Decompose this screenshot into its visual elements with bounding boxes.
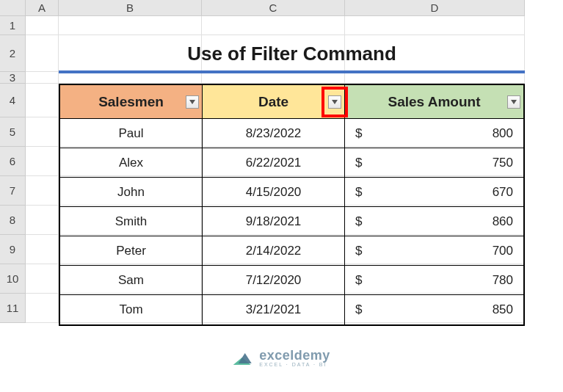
table-row: Smith 9/18/2021 $ 860 bbox=[60, 207, 523, 236]
chevron-down-icon bbox=[332, 100, 338, 104]
watermark-sub: EXCEL · DATA · BI bbox=[259, 362, 330, 367]
cell-amount[interactable]: $ 780 bbox=[345, 266, 523, 294]
header-amount-label: Sales Amount bbox=[388, 94, 481, 110]
column-headers: A B C D bbox=[0, 0, 525, 16]
row-header-6[interactable]: 6 bbox=[0, 147, 26, 176]
table-row: John 4/15/2020 $ 670 bbox=[60, 178, 523, 207]
filter-date-button[interactable] bbox=[328, 95, 341, 109]
cell-date[interactable]: 3/21/2021 bbox=[203, 295, 345, 324]
cell-amount[interactable]: $ 670 bbox=[345, 178, 523, 206]
cell-amount[interactable]: $ 750 bbox=[345, 148, 523, 177]
cell-date[interactable]: 7/12/2020 bbox=[203, 266, 345, 294]
currency-symbol: $ bbox=[355, 244, 362, 258]
data-table: Salesmen Date Sales Amount Paul 8/23/20 bbox=[59, 84, 525, 326]
filter-salesmen-button[interactable] bbox=[186, 95, 199, 109]
cell-salesman[interactable]: Smith bbox=[60, 207, 203, 236]
chevron-down-icon bbox=[189, 100, 195, 104]
row-headers: 1 2 3 4 5 6 7 8 9 10 11 bbox=[0, 16, 26, 323]
table-row: Peter 2/14/2022 $ 700 bbox=[60, 236, 523, 266]
cell-amount[interactable]: $ 800 bbox=[345, 119, 523, 148]
cell-salesman[interactable]: Peter bbox=[60, 236, 203, 265]
cell-amount[interactable]: $ 700 bbox=[345, 236, 523, 265]
row-header-3[interactable]: 3 bbox=[0, 72, 26, 84]
amount-value: 860 bbox=[493, 214, 513, 229]
watermark-icon bbox=[233, 351, 253, 366]
cell-salesman[interactable]: Paul bbox=[60, 119, 203, 148]
page-title-cell: Use of Filter Command bbox=[59, 35, 525, 72]
row-header-11[interactable]: 11 bbox=[0, 294, 26, 323]
currency-symbol: $ bbox=[355, 273, 362, 288]
page-title: Use of Filter Command bbox=[187, 43, 396, 65]
header-amount[interactable]: Sales Amount bbox=[345, 85, 523, 118]
cell-salesman[interactable]: Sam bbox=[60, 266, 203, 294]
svg-marker-2 bbox=[511, 100, 517, 104]
cell-salesman[interactable]: John bbox=[60, 178, 203, 206]
cell-date[interactable]: 6/22/2021 bbox=[203, 148, 345, 177]
filter-amount-button[interactable] bbox=[507, 95, 520, 109]
amount-value: 800 bbox=[493, 126, 513, 141]
watermark: exceldemy EXCEL · DATA · BI bbox=[233, 349, 330, 367]
amount-value: 670 bbox=[493, 185, 513, 200]
col-header-c[interactable]: C bbox=[202, 0, 345, 16]
chevron-down-icon bbox=[511, 100, 517, 104]
table-header-row: Salesmen Date Sales Amount bbox=[60, 85, 523, 119]
watermark-brand: exceldemy bbox=[259, 349, 330, 362]
table-row: Tom 3/21/2021 $ 850 bbox=[60, 295, 523, 324]
cell-date[interactable]: 2/14/2022 bbox=[203, 236, 345, 265]
row-header-5[interactable]: 5 bbox=[0, 117, 26, 147]
select-all-corner[interactable] bbox=[0, 0, 26, 16]
cell-amount[interactable]: $ 860 bbox=[345, 207, 523, 236]
title-underline bbox=[59, 70, 525, 73]
cell-date[interactable]: 8/23/2022 bbox=[203, 119, 345, 148]
cell-salesman[interactable]: Alex bbox=[60, 148, 203, 177]
cell-date[interactable]: 4/15/2020 bbox=[203, 178, 345, 206]
row-header-1[interactable]: 1 bbox=[0, 16, 26, 35]
row-header-8[interactable]: 8 bbox=[0, 206, 26, 235]
cell-amount[interactable]: $ 850 bbox=[345, 295, 523, 324]
spreadsheet: A B C D 1 2 3 4 5 6 7 8 9 10 11 Use of F… bbox=[0, 0, 563, 392]
amount-value: 700 bbox=[493, 244, 513, 258]
amount-value: 850 bbox=[493, 302, 513, 317]
col-header-d[interactable]: D bbox=[345, 0, 525, 16]
cell-salesman[interactable]: Tom bbox=[60, 295, 203, 324]
currency-symbol: $ bbox=[355, 214, 362, 229]
table-row: Alex 6/22/2021 $ 750 bbox=[60, 148, 523, 178]
header-salesmen[interactable]: Salesmen bbox=[60, 85, 203, 118]
header-salesmen-label: Salesmen bbox=[98, 94, 164, 110]
amount-value: 780 bbox=[493, 273, 513, 288]
col-header-b[interactable]: B bbox=[59, 0, 202, 16]
table-row: Sam 7/12/2020 $ 780 bbox=[60, 266, 523, 295]
row-header-7[interactable]: 7 bbox=[0, 176, 26, 206]
cell-date[interactable]: 9/18/2021 bbox=[203, 207, 345, 236]
currency-symbol: $ bbox=[355, 185, 362, 200]
svg-marker-1 bbox=[332, 100, 338, 104]
row-header-4[interactable]: 4 bbox=[0, 84, 26, 117]
svg-marker-0 bbox=[189, 100, 195, 104]
row-header-9[interactable]: 9 bbox=[0, 235, 26, 264]
row-header-2[interactable]: 2 bbox=[0, 35, 26, 72]
header-date-label: Date bbox=[258, 94, 288, 110]
amount-value: 750 bbox=[493, 156, 513, 170]
row-header-10[interactable]: 10 bbox=[0, 264, 26, 294]
currency-symbol: $ bbox=[355, 302, 362, 317]
col-header-a[interactable]: A bbox=[26, 0, 59, 16]
currency-symbol: $ bbox=[355, 126, 362, 141]
header-date[interactable]: Date bbox=[203, 85, 345, 118]
currency-symbol: $ bbox=[355, 156, 362, 170]
table-row: Paul 8/23/2022 $ 800 bbox=[60, 119, 523, 148]
